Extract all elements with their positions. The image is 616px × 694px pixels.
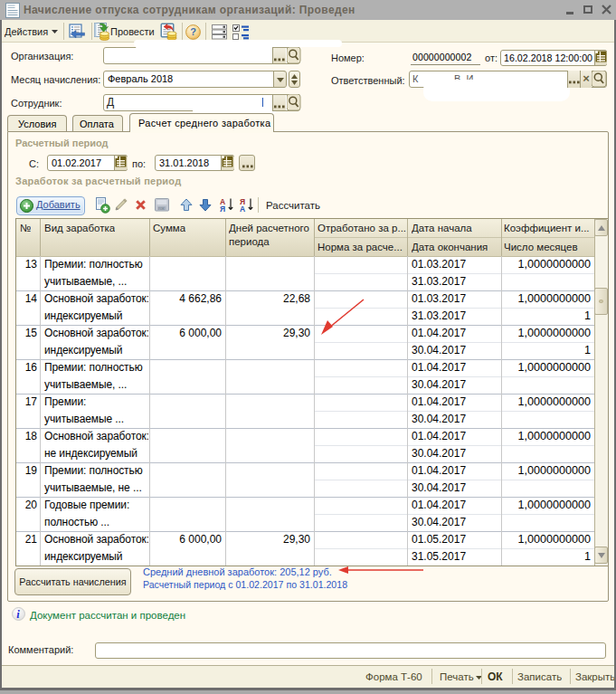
svg-text:ГОК: ГОК — [158, 207, 166, 211]
svg-text:i: i — [16, 608, 20, 621]
svg-text:А: А — [240, 204, 245, 213]
svg-text:Я: Я — [220, 204, 225, 213]
svg-text:?: ? — [190, 26, 196, 37]
